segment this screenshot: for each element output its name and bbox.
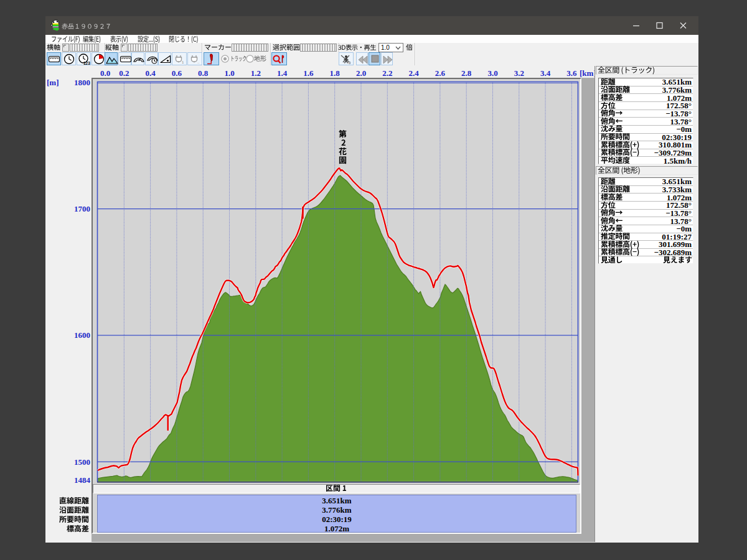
svg-text:123: 123 — [83, 61, 90, 65]
svg-text:1: 1 — [182, 60, 184, 64]
svg-text:..: .. — [197, 60, 200, 64]
svg-text:0: 0 — [349, 61, 351, 65]
